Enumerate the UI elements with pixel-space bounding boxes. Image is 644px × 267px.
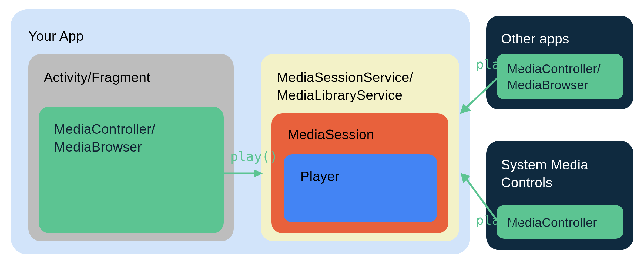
system-controls-title-line1: System Media <box>501 157 588 173</box>
arrow-otherapps-to-service <box>458 76 501 116</box>
app-media-controller-line1: MediaController/ <box>54 121 155 137</box>
player-title: Player <box>300 169 340 184</box>
arrow-activity-to-service <box>224 167 264 180</box>
arrow3-label: play() <box>476 213 524 228</box>
your-app-title: Your App <box>28 28 84 44</box>
diagram-canvas: Your App Activity/Fragment MediaControll… <box>0 0 644 267</box>
app-media-controller-line2: MediaBrowser <box>54 139 142 155</box>
media-session-title: MediaSession <box>288 127 374 142</box>
arrow1-label: play() <box>230 149 278 164</box>
svg-line-2 <box>466 78 498 108</box>
player-box <box>284 154 437 222</box>
svg-marker-1 <box>254 169 263 177</box>
other-apps-title: Other apps <box>501 31 569 47</box>
system-controls-title-line2: Controls <box>501 175 552 190</box>
arrow2-label: play() <box>476 57 524 72</box>
service-title-line2: MediaLibraryService <box>277 87 403 103</box>
other-apps-controller-line2: MediaBrowser <box>507 78 588 92</box>
service-title-line1: MediaSessionService/ <box>277 70 413 85</box>
activity-fragment-title: Activity/Fragment <box>44 70 150 85</box>
